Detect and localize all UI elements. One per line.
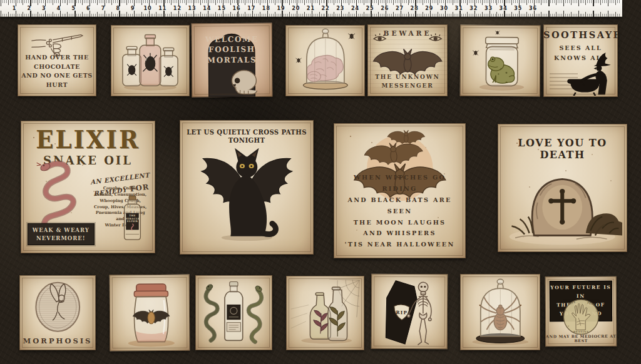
elixir-title: ELIXIR — [21, 125, 155, 154]
ruler-number: 5 — [68, 6, 80, 11]
caption-line: AND NO ONE GETS HURT — [18, 71, 96, 89]
ruler: 1234567891011121314151617181920212223242… — [0, 0, 622, 17]
ruler-number: 14 — [201, 6, 213, 11]
ruler-number: 23 — [334, 6, 347, 11]
caption-line: THE UNKNOWN — [367, 73, 448, 81]
ruler-number: 24 — [349, 6, 361, 11]
verse-line: THE MOON LAUGHS — [336, 217, 463, 228]
ruler-number: 16 — [230, 6, 243, 11]
badge-line: NEVERMORE! — [33, 235, 90, 243]
ruler-number: 26 — [379, 6, 391, 11]
ruler-number: 18 — [260, 6, 272, 11]
ruler-numbers: 1234567891011121314151617181920212223242… — [8, 6, 540, 11]
ruler-number: 11 — [156, 6, 169, 11]
beware-caption: THE UNKNOWNMESSENGER — [367, 73, 448, 91]
palm-circle-art: LIFE FATE DESTINY — [555, 295, 608, 339]
panel-beware-bat: BEWARE THE UNKNOWNMESSENGER — [367, 24, 448, 96]
panel-hand-over-chocolate: HAND OVER THECHOCOLATEAND NO ONE GETS HU… — [18, 24, 96, 96]
panel-coffin-skeleton: RIP — [371, 274, 448, 350]
ruler-number: 10 — [141, 6, 154, 11]
panel-bat-jar — [110, 275, 190, 351]
panel-brain-cloche — [285, 25, 365, 96]
ruler-number: 2 — [23, 6, 36, 11]
ruler-ticks — [1, 14, 621, 17]
ruler-number: 27 — [393, 6, 406, 11]
welcome-caption: WELCOMEFOOLISHMORTALS — [192, 34, 272, 66]
ruler-number: 32 — [468, 6, 480, 11]
ruler-ticks — [1, 0, 621, 5]
ruler-number: 21 — [304, 6, 317, 11]
panel-black-cat: LET US QUIETLY CROSS PATHS TONIGHT — [180, 120, 314, 255]
ruler-number: 31 — [453, 6, 465, 11]
ruler-number: 1 — [8, 6, 21, 11]
caption-line: MORTALS — [192, 55, 272, 66]
panel-welcome-foolish-mortals: WELCOMEFOOLISHMORTALS — [192, 23, 273, 98]
spider-cloche-art — [465, 276, 536, 348]
caption-line: MESSENGER — [367, 81, 448, 90]
panel-palm-reading: YOUR FUTURE IS INTHE PALM OF YOUR HAND L… — [545, 276, 617, 347]
bottle-label-line: ELIXIR — [127, 220, 138, 223]
ruler-number: 9 — [126, 6, 139, 11]
frog-jar-art — [464, 28, 536, 94]
ruler-ticks — [1, 11, 621, 17]
panel-morphosis: MORPHOSIS — [19, 275, 96, 350]
ruler-number: 22 — [319, 6, 332, 11]
verse-line: WHEN WITCHES GO RIDING — [336, 172, 463, 195]
ruler-number: 29 — [423, 6, 436, 11]
ruler-number: 28 — [408, 6, 421, 11]
panel-herb-bottles — [286, 276, 364, 350]
caption-line: FOOLISH — [192, 44, 272, 56]
ruler-number: 12 — [171, 6, 183, 11]
snakes-bottle-art — [199, 278, 269, 347]
soothsayer-title: SOOTHSAYER — [543, 29, 618, 40]
coffin-skeleton-art: RIP — [375, 276, 444, 346]
ruler-number: 25 — [364, 6, 376, 11]
ruler-number: 6 — [82, 6, 95, 11]
tombstone-cross-art — [503, 163, 622, 247]
rip-text: RIP — [396, 310, 408, 315]
ruler-number: 30 — [438, 6, 450, 11]
chocolate-caption: HAND OVER THECHOCOLATEAND NO ONE GETS HU… — [18, 53, 96, 90]
ruler-number: 19 — [275, 6, 287, 11]
bats-verse: WHEN WITCHES GO RIDINGAND BLACK BATS ARE… — [336, 172, 463, 250]
bat-jar-art — [114, 276, 185, 348]
fabric-panel-photo: 1234567891011121314151617181920212223242… — [0, 0, 641, 364]
ruler-number: 7 — [97, 6, 110, 11]
panel-spider-cloche — [460, 274, 540, 350]
morphosis-title: MORPHOSIS — [19, 336, 96, 345]
ruler-number: 8 — [112, 6, 125, 11]
beware-title: BEWARE — [367, 29, 448, 37]
circle-word: DESTINY — [573, 330, 589, 333]
ruler-number: 36 — [527, 6, 540, 11]
ruler-number: 35 — [512, 6, 525, 11]
panel-snakes-bottle — [195, 275, 272, 350]
ruler-number: 20 — [290, 6, 302, 11]
ruler-number: 13 — [186, 6, 198, 11]
weary-badge: WEAK & WEARYNEVERMORE! — [28, 223, 95, 246]
verse-line: AND BLACK BATS ARE SEEN — [336, 195, 463, 217]
caption-line: CHOCOLATE — [18, 63, 96, 72]
elixir-bottle-art: THE MIRACLE ELIXIR — [119, 188, 146, 248]
brain-cloche-art — [290, 27, 361, 94]
verse-line: 'TIS NEAR HALLOWEEN — [336, 239, 463, 250]
ruler-number: 15 — [215, 6, 228, 11]
caption-line: HAND OVER THE — [18, 53, 96, 63]
caption-line: WELCOME — [192, 34, 272, 45]
panel-elixir-snake-oil: ELIXIR SNAKE OIL AN EXCELLENT REMEDY FOR… — [21, 121, 155, 253]
ruler-ticks — [1, 0, 621, 3]
fairy-oval-art — [26, 278, 90, 337]
verse-line: AND WHISPERS — [336, 228, 463, 239]
ruler-number: 3 — [38, 6, 50, 11]
ruler-ticks — [1, 12, 621, 17]
witch-cauldron-art — [554, 51, 617, 96]
panel-love-you-to-death: LOVE YOU TO DEATH — [498, 124, 627, 252]
love-title: LOVE YOU TO DEATH — [498, 137, 627, 161]
fly-jars-art — [114, 28, 187, 94]
panel-specimen-jars-flies — [111, 25, 190, 96]
panel-bats-moon: WHEN WITCHES GO RIDINGAND BLACK BATS ARE… — [334, 123, 466, 258]
ruler-number: 34 — [497, 6, 510, 11]
herb-bottles-art — [289, 279, 361, 347]
badge-line: WEAK & WEARY — [33, 226, 90, 235]
palm-footer: AND MAY BE MEDIOCRE AT BEST — [545, 334, 617, 343]
cat-bat-wings-art — [187, 139, 307, 252]
